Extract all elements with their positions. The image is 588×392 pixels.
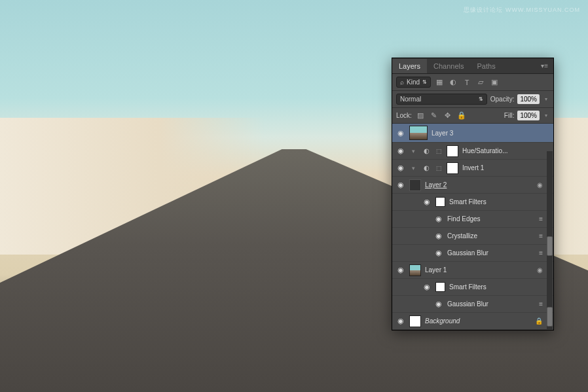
- visibility-icon[interactable]: ◉: [422, 198, 432, 206]
- filter-type-icon[interactable]: T: [462, 78, 472, 87]
- layer-row-layer3[interactable]: ◉ Layer 3: [392, 124, 553, 143]
- visibility-icon[interactable]: ◉: [396, 181, 405, 189]
- tab-layers[interactable]: Layers: [392, 59, 427, 73]
- filter-options-icon[interactable]: ≡: [539, 249, 543, 257]
- filter-options-icon[interactable]: ≡: [539, 300, 543, 308]
- scrollbar-thumb[interactable]: [547, 307, 553, 327]
- layer-name[interactable]: Background: [425, 317, 531, 325]
- smart-filters-row-2[interactable]: ◉ Smart Filters: [392, 279, 553, 296]
- smart-object-badge: ◉: [537, 266, 543, 274]
- layers-panel: Layers Channels Paths ▾≡ ⌕ Kind ⇅ ▦ ◐ T …: [392, 58, 554, 330]
- layer-name[interactable]: Layer 2: [425, 181, 533, 188]
- lock-position-icon[interactable]: ✥: [443, 111, 453, 120]
- filter-find-edges[interactable]: ◉ Find Edges ≡: [392, 211, 553, 228]
- filter-options-icon[interactable]: ≡: [539, 232, 543, 240]
- visibility-icon[interactable]: ◉: [396, 164, 405, 172]
- layer-row-background[interactable]: ◉ Background 🔒: [392, 313, 553, 330]
- filter-name[interactable]: Gaussian Blur: [447, 249, 535, 257]
- filter-name[interactable]: Crystallize: [447, 232, 535, 240]
- tab-paths[interactable]: Paths: [471, 59, 502, 73]
- scrollbar-thumb[interactable]: [547, 236, 553, 256]
- chevron-updown-icon: ⇅: [422, 79, 427, 85]
- visibility-icon[interactable]: ◉: [396, 147, 405, 155]
- watermark: 思缘设计论坛WWW.MISSYUAN.COM: [461, 5, 580, 14]
- chevron-down-icon[interactable]: ▾: [412, 148, 415, 154]
- smart-filters-row[interactable]: ◉ Smart Filters: [392, 194, 553, 211]
- link-icon[interactable]: ⬚: [435, 148, 443, 154]
- filter-pixel-icon[interactable]: ▦: [434, 78, 445, 87]
- layer-list: ◉ Layer 3 ◉ ▾ ◐ ⬚ Hue/Saturatio... ◉ ▾ ◐…: [392, 124, 553, 330]
- layer-thumbnail[interactable]: [409, 179, 421, 191]
- filter-name[interactable]: Gaussian Blur: [447, 300, 535, 308]
- layer-name[interactable]: Invert 1: [462, 164, 549, 171]
- scrollbar[interactable]: [547, 151, 553, 329]
- lock-all-icon[interactable]: 🔒: [456, 111, 467, 120]
- filter-mask-thumbnail[interactable]: [435, 197, 445, 207]
- opacity-value[interactable]: 100%: [517, 94, 540, 104]
- layer-row-invert[interactable]: ◉ ▾ ◐ ⬚ Invert 1: [392, 160, 553, 177]
- lock-label: Lock:: [396, 112, 412, 119]
- opacity-label: Opacity:: [490, 96, 515, 103]
- filter-adjustment-icon[interactable]: ◐: [448, 78, 458, 87]
- layer-thumbnail[interactable]: [409, 264, 421, 276]
- smart-filters-label: Smart Filters: [449, 283, 549, 291]
- layer-name[interactable]: Layer 3: [432, 130, 549, 137]
- smart-object-badge: ◉: [537, 181, 543, 188]
- layer-row-layer2[interactable]: ◉ Layer 2 ◉: [392, 177, 553, 194]
- filter-row: ⌕ Kind ⇅ ▦ ◐ T ▱ ▣: [392, 74, 553, 91]
- filter-options-icon[interactable]: ≡: [539, 215, 543, 223]
- visibility-icon[interactable]: ◉: [434, 232, 443, 240]
- filter-name[interactable]: Find Edges: [447, 215, 535, 223]
- filter-mask-thumbnail[interactable]: [435, 282, 445, 292]
- filter-smart-icon[interactable]: ▣: [489, 78, 500, 87]
- smart-filters-label: Smart Filters: [449, 198, 549, 205]
- filter-kind-select[interactable]: ⌕ Kind ⇅: [396, 77, 431, 88]
- mask-thumbnail[interactable]: [447, 162, 458, 174]
- visibility-icon[interactable]: ◉: [422, 283, 432, 291]
- blend-mode-select[interactable]: Normal ⇅: [396, 94, 487, 105]
- chevron-updown-icon: ⇅: [479, 96, 483, 102]
- mask-thumbnail[interactable]: [447, 145, 458, 157]
- chevron-down-icon[interactable]: ▾: [543, 96, 549, 102]
- fill-value[interactable]: 100%: [517, 111, 540, 120]
- visibility-icon[interactable]: ◉: [396, 266, 405, 274]
- blend-row: Normal ⇅ Opacity: 100% ▾: [392, 91, 553, 108]
- panel-menu-icon[interactable]: ▾≡: [536, 62, 553, 69]
- lock-row: Lock: ▨ ✎ ✥ 🔒 Fill: 100% ▾: [392, 108, 553, 124]
- visibility-icon[interactable]: ◉: [434, 215, 443, 223]
- visibility-icon[interactable]: ◉: [434, 300, 443, 308]
- layer-name[interactable]: Hue/Saturatio...: [462, 147, 549, 154]
- adjustment-icon: ◐: [422, 147, 431, 156]
- lock-transparent-icon[interactable]: ▨: [415, 111, 426, 120]
- filter-shape-icon[interactable]: ▱: [475, 78, 486, 87]
- link-icon[interactable]: ⬚: [435, 165, 443, 171]
- visibility-icon[interactable]: ◉: [396, 129, 405, 137]
- layer-name[interactable]: Layer 1: [425, 266, 533, 274]
- lock-icon: 🔒: [535, 317, 543, 325]
- layer-thumbnail[interactable]: [409, 126, 428, 140]
- tab-channels[interactable]: Channels: [427, 59, 470, 73]
- lock-pixels-icon[interactable]: ✎: [429, 111, 439, 120]
- filter-crystallize[interactable]: ◉ Crystallize ≡: [392, 228, 553, 245]
- chevron-down-icon[interactable]: ▾: [412, 165, 415, 171]
- chevron-down-icon[interactable]: ▾: [543, 113, 549, 118]
- visibility-icon[interactable]: ◉: [434, 249, 443, 257]
- layer-row-huesat[interactable]: ◉ ▾ ◐ ⬚ Hue/Saturatio...: [392, 143, 553, 160]
- filter-gaussian-blur-2[interactable]: ◉ Gaussian Blur ≡: [392, 296, 553, 313]
- fill-label: Fill:: [504, 112, 515, 119]
- layer-row-layer1[interactable]: ◉ Layer 1 ◉: [392, 262, 553, 279]
- layer-thumbnail[interactable]: [409, 315, 421, 327]
- adjustment-icon: ◐: [422, 164, 431, 173]
- visibility-icon[interactable]: ◉: [396, 317, 405, 325]
- filter-gaussian-blur-1[interactable]: ◉ Gaussian Blur ≡: [392, 245, 553, 262]
- search-icon: ⌕: [400, 79, 404, 86]
- panel-tabs: Layers Channels Paths ▾≡: [392, 58, 553, 74]
